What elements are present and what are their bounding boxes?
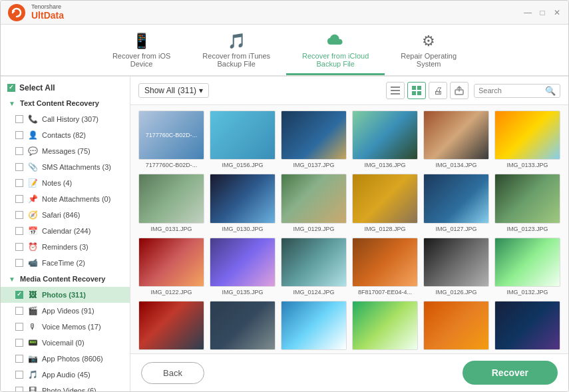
photo-thumbnail [138,174,204,223]
notes-label: Notes (4) [42,179,123,187]
photo-videos-checkbox[interactable] [15,387,23,391]
photo-thumbnail [494,174,560,223]
photo-name: IMG_0123.JPG [506,226,548,232]
messages-checkbox[interactable] [15,147,23,155]
nav-item-repair[interactable]: ⚙ Repair OperatingSystem [385,29,473,75]
logo-icon [7,3,26,22]
svg-rect-3 [391,90,400,91]
photo-item[interactable]: IMG_0123.JPG [494,174,560,232]
photo-item[interactable]: IMG_1040.JPG [423,301,489,353]
voicemail-checkbox[interactable] [15,339,23,347]
sidebar-item-contacts[interactable]: 👤 Contacts (82) [1,127,130,143]
print-button[interactable]: 🖨 [429,82,447,99]
photo-item[interactable]: IMG_0131.JPG [138,174,204,232]
reminders-checkbox[interactable] [15,243,23,251]
photos-label: Photos (311) [42,291,123,299]
select-all-row[interactable]: Select All [1,81,130,95]
sidebar-item-reminders[interactable]: ⏰ Reminders (3) [1,239,130,255]
photo-thumbnail [352,301,418,350]
sidebar-item-call-history[interactable]: 📞 Call History (307) [1,111,130,127]
photo-item[interactable]: IMG_0122.JPG [138,238,204,295]
sidebar-item-photo-videos[interactable]: 🎞 Photo Videos (6) [1,383,130,391]
photo-item[interactable]: IMG_0127.JPG [423,174,489,232]
recover-button[interactable]: Recover [463,361,558,385]
toolbar-icons: 🖨 [386,82,469,99]
photo-name: 8F817007-EE04-4... [358,289,412,295]
voicemail-icon: 📟 [27,337,38,348]
sidebar-item-note-attachments[interactable]: 📌 Note Attachments (0) [1,191,130,207]
nav-item-ios-device[interactable]: 📱 Recover from iOSDevice [96,29,186,75]
select-all-checkbox[interactable] [7,84,15,92]
call-history-checkbox[interactable] [15,115,23,123]
photo-item[interactable]: IMG_1044.JPG [138,301,204,353]
photo-item[interactable]: IMG_1042.JPG [281,301,347,353]
sidebar-item-messages[interactable]: 💬 Messages (75) [1,143,130,159]
sidebar-item-notes[interactable]: 📝 Notes (4) [1,175,130,191]
sidebar-item-safari[interactable]: 🧭 Safari (846) [1,207,130,223]
photo-item[interactable]: 7177760C-B02D-...7177760C-B02D-... [138,110,204,168]
sidebar-item-voicemail[interactable]: 📟 Voicemail (0) [1,335,130,351]
photo-item[interactable]: IMG_0136.JPG [352,110,418,168]
photo-item[interactable]: IMG_1043.JPG [210,301,276,353]
photos-checkbox[interactable] [15,291,23,299]
sidebar-item-app-audio[interactable]: 🎵 App Audio (45) [1,367,130,383]
sidebar-item-app-photos[interactable]: 📷 App Photos (8606) [1,351,130,367]
photo-item[interactable]: 8F817007-EE04-4... [352,238,418,295]
search-input[interactable] [478,87,545,95]
photo-item[interactable]: IMG_0134.JPG [423,110,489,168]
messages-icon: 💬 [27,146,38,156]
photo-item[interactable]: IMG_0132.JPG [494,238,560,295]
photo-name: IMG_0129.JPG [293,226,334,232]
photo-item[interactable]: IMG_1039.JPG [494,301,560,353]
photo-thumbnail [494,301,560,350]
export-button[interactable] [450,82,469,99]
safari-checkbox[interactable] [15,211,23,219]
main-content: Select All ▼ Text Content Recovery 📞 Cal… [1,77,568,391]
photo-item[interactable]: IMG_0137.JPG [281,110,347,168]
photo-item[interactable]: IMG_0126.JPG [423,238,489,295]
sidebar-item-voice-memos[interactable]: 🎙 Voice Memos (17) [1,319,130,335]
sidebar-item-photos[interactable]: 🖼 Photos (311) [1,287,130,303]
photo-thumbnail [281,301,347,350]
app-photos-checkbox[interactable] [15,355,23,363]
photo-item[interactable]: IMG_0128.JPG [352,174,418,232]
call-history-icon: 📞 [27,114,38,124]
nav-item-icloud[interactable]: Recover from iCloudBackup File [286,29,385,75]
facetime-checkbox[interactable] [15,259,23,267]
photo-videos-icon: 🎞 [27,385,38,391]
section-header-text[interactable]: ▼ Text Content Recovery [1,95,130,111]
grid-view-button[interactable] [407,82,426,99]
note-attachments-checkbox[interactable] [15,195,23,203]
svg-rect-2 [391,87,400,88]
sidebar-item-sms-attachments[interactable]: 📎 SMS Attachments (3) [1,159,130,175]
maximize-button[interactable]: □ [538,8,547,17]
sidebar-item-facetime[interactable]: 📹 FaceTime (2) [1,255,130,271]
section-header-media[interactable]: ▼ Media Content Recovery [1,271,130,287]
close-button[interactable]: ✕ [552,8,562,17]
show-all-button[interactable]: Show All (311) ▾ [138,83,209,98]
nav-item-itunes[interactable]: 🎵 Recover from iTunesBackup File [186,29,286,75]
contacts-checkbox[interactable] [15,131,23,139]
list-view-button[interactable] [386,82,405,99]
sidebar-item-calendar[interactable]: 📅 Calendar (244) [1,223,130,239]
photo-item[interactable]: IMG_0129.JPG [281,174,347,232]
calendar-checkbox[interactable] [15,227,23,235]
photo-name: IMG_0122.JPG [150,289,192,295]
back-button[interactable]: Back [141,362,204,384]
photo-item[interactable]: IMG_0135.JPG [210,238,276,295]
photo-item[interactable]: IMG_0130.JPG [210,174,276,232]
photo-item[interactable]: IMG_0156.JPG [210,110,276,168]
sidebar-item-app-videos[interactable]: 🎬 App Videos (91) [1,303,130,319]
minimize-button[interactable]: ― [523,8,532,17]
photo-item[interactable]: IMG_0124.JPG [281,238,347,295]
app-audio-checkbox[interactable] [15,371,23,379]
voice-memos-checkbox[interactable] [15,323,23,331]
photo-thumbnail [352,110,418,160]
search-box[interactable]: 🔍 [474,84,560,98]
app-videos-checkbox[interactable] [15,307,23,315]
sms-attachments-checkbox[interactable] [15,163,23,171]
photo-item[interactable]: IMG_1041.JPG [352,301,418,353]
notes-checkbox[interactable] [15,179,23,187]
photo-name: IMG_0137.JPG [293,162,334,168]
photo-item[interactable]: IMG_0133.JPG [494,110,560,168]
